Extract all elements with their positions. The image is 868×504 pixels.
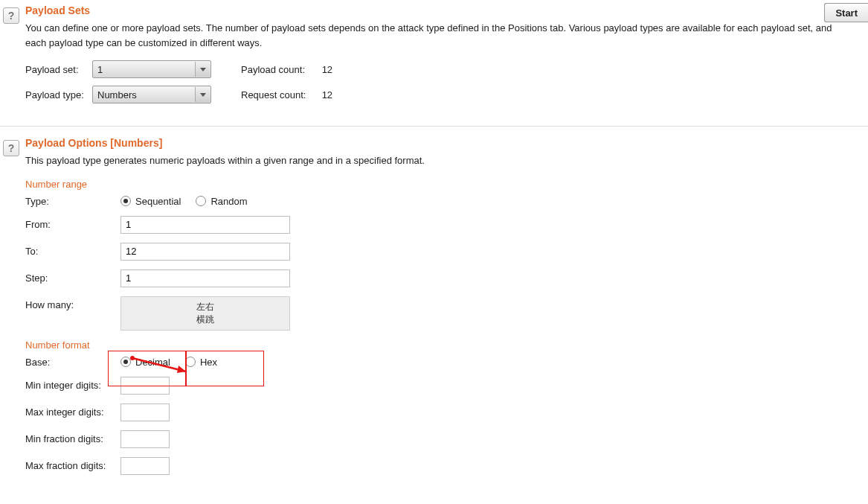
number-range-heading: Number range (25, 179, 868, 190)
number-format-heading: Number format (25, 339, 868, 351)
payload-set-row: Payload set: 1 Payload count: 12 (25, 60, 868, 78)
base-decimal-radio[interactable]: Decimal (120, 357, 170, 368)
start-attack-button[interactable]: Start (824, 3, 868, 22)
payload-count: Payload count: 12 (241, 64, 332, 75)
base-hex-radio[interactable]: Hex (185, 357, 217, 368)
radio-icon (120, 196, 131, 206)
type-label: Type: (25, 196, 120, 207)
page-root: Start ? Payload Sets You can define one … (0, 0, 868, 493)
payload-type-value: Numbers (97, 89, 137, 101)
payload-count-label: Payload count: (241, 64, 319, 75)
payload-sets-title: Payload Sets (25, 4, 868, 16)
type-sequential-label: Sequential (135, 196, 181, 207)
chevron-down-icon (195, 62, 210, 77)
radio-icon (196, 196, 206, 206)
base-decimal-label: Decimal (135, 357, 170, 368)
min-int-label: Min integer digits: (25, 380, 120, 391)
type-random-label: Random (210, 196, 247, 207)
payload-set-value: 1 (97, 64, 103, 75)
max-int-label: Max integer digits: (25, 406, 120, 418)
max-int-input[interactable] (120, 403, 170, 421)
from-input[interactable] (120, 216, 290, 234)
base-label: Base: (25, 357, 120, 368)
payload-options-section: ? Payload Options [Numbers] This payload… (0, 133, 868, 493)
payload-options-desc: This payload type generates numeric payl… (25, 153, 843, 168)
min-int-input[interactable] (120, 377, 170, 395)
max-frac-label: Max fraction digits: (25, 460, 120, 471)
request-count: Request count: 12 (241, 89, 332, 101)
step-label: Step: (25, 272, 120, 284)
payload-type-label: Payload type: (25, 89, 92, 101)
base-row: Base: Decimal Hex (25, 357, 868, 368)
base-hex-label: Hex (200, 357, 217, 368)
step-input[interactable] (120, 269, 290, 287)
payload-options-title: Payload Options [Numbers] (25, 137, 868, 149)
min-frac-row: Min fraction digits: (25, 430, 868, 448)
radio-icon (120, 357, 131, 367)
payload-sets-desc: You can define one or more payload sets.… (25, 21, 843, 50)
from-label: From: (25, 219, 120, 230)
max-frac-input[interactable] (120, 457, 170, 475)
chevron-down-icon (195, 87, 210, 102)
radio-icon (185, 357, 196, 367)
howmany-label: How many: (25, 296, 120, 310)
payload-sets-section: ? Payload Sets You can define one or mor… (0, 0, 868, 120)
payload-set-select[interactable]: 1 (92, 60, 211, 78)
section-divider (0, 126, 868, 127)
howmany-row: How many: 左右 横跳 (25, 296, 868, 331)
request-count-value: 12 (322, 89, 332, 101)
payload-count-value: 12 (322, 64, 332, 75)
min-int-row: Min integer digits: (25, 377, 868, 395)
type-random-radio[interactable]: Random (196, 196, 247, 207)
payload-type-select[interactable]: Numbers (92, 86, 211, 103)
max-int-row: Max integer digits: (25, 403, 868, 421)
to-row: To: (25, 243, 868, 261)
step-row: Step: (25, 269, 868, 287)
request-count-label: Request count: (241, 89, 319, 101)
payload-type-row: Payload type: Numbers Request count: 12 (25, 86, 868, 103)
min-frac-input[interactable] (120, 430, 170, 448)
min-frac-label: Min fraction digits: (25, 433, 120, 444)
type-sequential-radio[interactable]: Sequential (120, 196, 181, 207)
type-row: Type: Sequential Random (25, 196, 868, 207)
howmany-input-disabled: 左右 横跳 (120, 296, 290, 331)
to-label: To: (25, 246, 120, 257)
from-row: From: (25, 216, 868, 234)
max-frac-row: Max fraction digits: (25, 457, 868, 475)
help-icon[interactable]: ? (3, 7, 19, 24)
to-input[interactable] (120, 243, 290, 261)
payload-set-label: Payload set: (25, 64, 92, 75)
help-icon[interactable]: ? (3, 140, 19, 156)
